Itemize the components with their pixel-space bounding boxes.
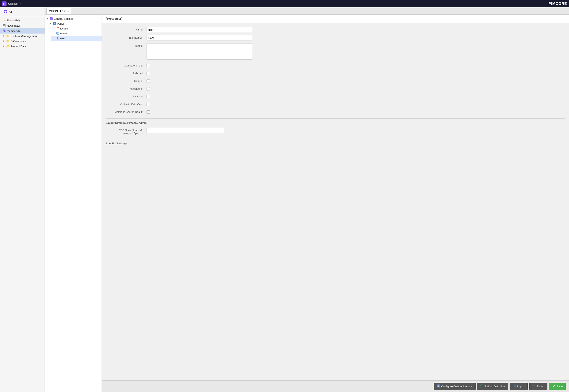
not-editable-checkbox[interactable] [146, 87, 150, 90]
save-label: Save [556, 385, 563, 388]
sidebar-items-list: ★ Event (EV) News (NE) [0, 17, 44, 392]
export-label: Export [537, 385, 545, 388]
svg-rect-2 [4, 3, 5, 3]
location-icon: 📍 [56, 27, 59, 30]
svg-point-38 [552, 384, 555, 387]
visible-search-field-control [146, 109, 252, 114]
indexed-field-label: Indexed: [106, 71, 146, 75]
export-icon [532, 384, 536, 388]
title-input[interactable] [146, 35, 252, 41]
add-icon [4, 10, 7, 14]
css-style-label: CSS Style (float: left; margin:10px; ...… [106, 128, 146, 135]
name-field-control [146, 27, 252, 32]
title-field-control [146, 35, 252, 41]
svg-rect-21 [57, 32, 59, 34]
folder-icon: 📁 [6, 35, 9, 38]
import-button[interactable]: Import [510, 383, 528, 390]
app-close-button[interactable]: × [19, 2, 22, 5]
app-icon [2, 1, 6, 6]
unique-checkbox[interactable] [146, 80, 150, 83]
layout-settings-divider: Layout Settings (Pimcore Admin) [106, 118, 565, 125]
panel-icon [53, 22, 56, 25]
name-input[interactable] [146, 27, 252, 32]
tree-panel: ▼ General Settings [45, 15, 102, 392]
tree-item-user-label: user [60, 37, 65, 40]
form-row-title: Title (Label): [106, 35, 565, 41]
toggle-general-icon: ▼ [46, 18, 49, 20]
tree-item-location[interactable]: ▶ 📍 location [51, 26, 102, 31]
user-field-icon [56, 37, 59, 40]
export-button[interactable]: Export [529, 383, 548, 390]
sidebar-item-news[interactable]: News (NE) [0, 23, 44, 28]
expand-customermgmt-icon: ⊕ [2, 35, 4, 38]
visible-search-checkbox[interactable] [146, 110, 150, 114]
top-bar-left: Classes × [2, 1, 22, 6]
sidebar: Add ★ Event (EV) News (NE) [0, 7, 45, 392]
tree-item-panel[interactable]: ▼ Panel [48, 21, 102, 26]
name-field-label: Name: [106, 27, 146, 31]
indexed-field-control [146, 71, 252, 76]
sidebar-item-member[interactable]: member (6) [0, 28, 44, 34]
sidebar-item-ecommerce[interactable]: ⊕ 📁 E-Commerce [0, 39, 44, 44]
invisible-checkbox[interactable] [146, 95, 150, 98]
top-bar: Classes × PIMCORE [0, 0, 569, 7]
form-row-mandatory: Mandatory field: [106, 63, 565, 68]
expand-productdata-icon: ⊕ [2, 45, 4, 48]
expand-ecommerce-icon: ⊕ [2, 40, 4, 43]
tree-item-user[interactable]: ▶ user [51, 36, 102, 41]
save-button[interactable]: Save [549, 383, 566, 390]
add-button-label: Add [9, 11, 13, 14]
form-row-tooltip: Tooltip: [106, 43, 565, 60]
indexed-checkbox[interactable] [146, 72, 150, 75]
form-header: (Type: User) [102, 15, 569, 23]
sidebar-item-news-label: News (NE) [7, 24, 20, 27]
sidebar-item-event-label: Event (EV) [7, 19, 20, 22]
reload-definition-button[interactable]: Reload Definition [477, 383, 508, 390]
sidebar-item-event[interactable]: ★ Event (EV) [0, 18, 44, 23]
sidebar-item-customermgmt-label: CustomerManagement [11, 35, 37, 38]
form-body: Name: Title (Label): Tooltip [102, 23, 569, 380]
tooltip-textarea[interactable] [146, 43, 252, 60]
sidebar-item-productdata[interactable]: ⊕ 📁 Product Data [0, 44, 44, 49]
form-row-invisible: Invisible: [106, 94, 565, 99]
tab-member[interactable]: member ( ID: 6) × [46, 8, 71, 14]
configure-custom-layouts-button[interactable]: Configure Custom Layouts [434, 383, 476, 390]
tree-item-location-label: location [60, 27, 69, 30]
app-title: Classes [8, 2, 17, 5]
tab-close-button[interactable]: × [67, 10, 69, 12]
folder-icon-ecommerce: 📁 [6, 40, 9, 43]
form-row-visible-grid: Visible in Grid View: [106, 102, 565, 107]
sidebar-item-customermgmt[interactable]: ⊕ 📁 CustomerManagement [0, 34, 44, 39]
mandatory-checkbox[interactable] [146, 64, 150, 67]
content-area: member ( ID: 6) × ▼ [45, 7, 569, 392]
layout-settings-title: Layout Settings (Pimcore Admin) [106, 121, 565, 125]
sidebar-item-productdata-label: Product Data [11, 45, 26, 48]
css-style-input[interactable] [146, 128, 224, 133]
save-icon [552, 384, 555, 388]
css-style-control [146, 128, 252, 133]
invisible-field-label: Invisible: [106, 94, 146, 98]
import-icon [513, 384, 516, 388]
form-row-indexed: Indexed: [106, 71, 565, 76]
mandatory-field-label: Mandatory field: [106, 63, 146, 67]
tree-item-name[interactable]: ▶ name [51, 31, 102, 36]
reload-icon [480, 384, 483, 388]
tab-member-label: member ( ID: 6) [49, 10, 66, 12]
tree-item-general-settings[interactable]: ▼ General Settings [45, 16, 102, 21]
form-panel: (Type: User) Name: Title (Label): [102, 15, 569, 392]
visible-grid-checkbox[interactable] [146, 103, 150, 106]
tab-bar: member ( ID: 6) × [45, 7, 569, 15]
title-field-label: Title (Label): [106, 35, 146, 39]
star-icon: ★ [2, 19, 6, 22]
add-button[interactable]: Add [2, 9, 15, 15]
visible-search-field-label: Visible in Search Result: [106, 109, 146, 113]
tooltip-field-label: Tooltip: [106, 43, 146, 47]
form-row-visible-search: Visible in Search Result: [106, 109, 565, 114]
specific-settings-title: Specific Settings [106, 142, 565, 145]
pimcore-logo: PIMCORE [548, 2, 567, 6]
unique-field-label: Unique: [106, 79, 146, 83]
specific-settings-divider: Specific Settings [106, 139, 565, 145]
not-editable-field-label: Not editable: [106, 86, 146, 90]
mandatory-field-control [146, 63, 252, 68]
svg-rect-1 [3, 3, 4, 5]
